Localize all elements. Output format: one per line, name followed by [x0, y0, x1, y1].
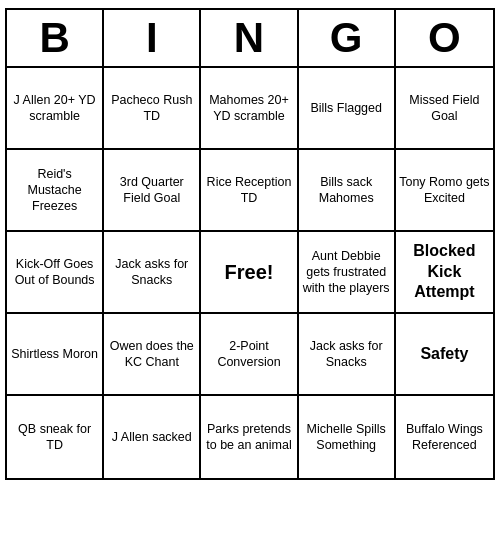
cell-i4[interactable]: Owen does the KC Chant [104, 314, 201, 396]
cell-i5[interactable]: J Allen sacked [104, 396, 201, 478]
letter-i: I [104, 10, 201, 66]
letter-b: B [7, 10, 104, 66]
cell-n2[interactable]: Rice Reception TD [201, 150, 298, 232]
bingo-card: B I N G O J Allen 20+ YD scramble Pachec… [5, 8, 495, 480]
cell-b3[interactable]: Kick-Off Goes Out of Bounds [7, 232, 104, 314]
cell-g4[interactable]: Jack asks for Snacks [299, 314, 396, 396]
bingo-grid: J Allen 20+ YD scramble Pacheco Rush TD … [7, 68, 493, 478]
cell-i2[interactable]: 3rd Quarter Field Goal [104, 150, 201, 232]
letter-n: N [201, 10, 298, 66]
cell-b1[interactable]: J Allen 20+ YD scramble [7, 68, 104, 150]
cell-i1[interactable]: Pacheco Rush TD [104, 68, 201, 150]
cell-g3[interactable]: Aunt Debbie gets frustrated with the pla… [299, 232, 396, 314]
cell-o2[interactable]: Tony Romo gets Excited [396, 150, 493, 232]
letter-g: G [299, 10, 396, 66]
cell-o3[interactable]: Blocked Kick Attempt [396, 232, 493, 314]
cell-b4[interactable]: Shirtless Moron [7, 314, 104, 396]
cell-g2[interactable]: Bills sack Mahomes [299, 150, 396, 232]
bingo-header: B I N G O [7, 10, 493, 68]
cell-n5[interactable]: Parks pretends to be an animal [201, 396, 298, 478]
cell-b5[interactable]: QB sneak for TD [7, 396, 104, 478]
cell-b2[interactable]: Reid's Mustache Freezes [7, 150, 104, 232]
cell-g5[interactable]: Michelle Spills Something [299, 396, 396, 478]
letter-o: O [396, 10, 493, 66]
cell-n4[interactable]: 2-Point Conversion [201, 314, 298, 396]
cell-g1[interactable]: Bills Flagged [299, 68, 396, 150]
cell-o5[interactable]: Buffalo Wings Referenced [396, 396, 493, 478]
cell-i3[interactable]: Jack asks for Snacks [104, 232, 201, 314]
cell-o4[interactable]: Safety [396, 314, 493, 396]
cell-n3-free[interactable]: Free! [201, 232, 298, 314]
cell-n1[interactable]: Mahomes 20+ YD scramble [201, 68, 298, 150]
cell-o1[interactable]: Missed Field Goal [396, 68, 493, 150]
